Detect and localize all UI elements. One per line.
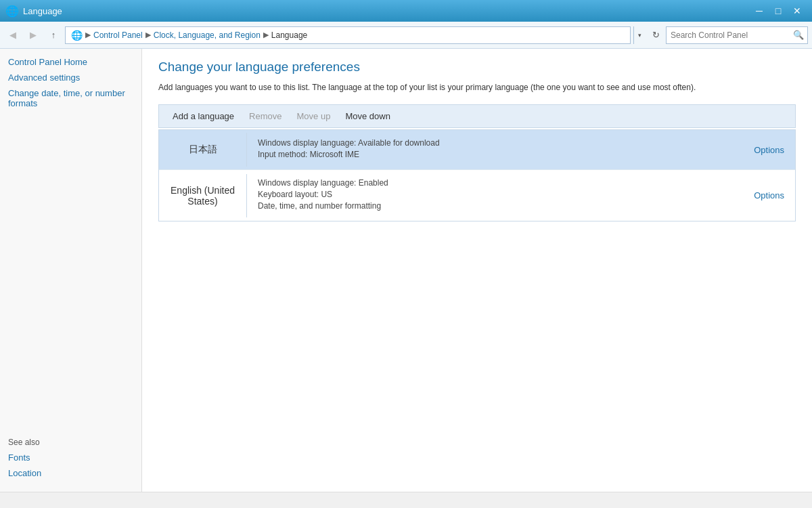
address-dropdown-button[interactable]: ▾	[633, 26, 646, 44]
language-details-english: Windows display language: Enabled Keyboa…	[247, 170, 743, 221]
window-title: Language	[23, 6, 62, 16]
minimize-button[interactable]: ─	[750, 1, 769, 20]
content-area: Change your language preferences Add lan…	[142, 49, 812, 492]
sidebar-advanced-settings[interactable]: Advanced settings	[8, 72, 133, 83]
search-box[interactable]: 🔍	[666, 26, 808, 44]
remove-button[interactable]: Remove	[242, 109, 288, 123]
language-item-english[interactable]: English (United States) Windows display …	[159, 170, 795, 221]
maximize-button[interactable]: □	[769, 1, 788, 20]
forward-button[interactable]: ▶	[24, 26, 42, 44]
main-container: Control Panel Home Advanced settings Cha…	[0, 49, 812, 492]
language-list: 日本語 Windows display language: Available …	[158, 129, 796, 221]
search-icon[interactable]: 🔍	[790, 30, 807, 40]
title-bar-controls: ─ □ ✕	[750, 1, 807, 20]
language-detail-english-keyboard: Keyboard layout: US	[258, 190, 732, 199]
see-also-title: See also	[8, 438, 133, 447]
breadcrumb-clock-language[interactable]: Clock, Language, and Region	[154, 30, 261, 40]
refresh-button[interactable]: ↻	[648, 28, 663, 43]
address-breadcrumb[interactable]: 🌐 ▶ Control Panel ▶ Clock, Language, and…	[65, 26, 631, 44]
language-detail-english-display: Windows display language: Enabled	[258, 178, 732, 188]
language-details-japanese: Windows display language: Available for …	[247, 130, 743, 169]
back-button[interactable]: ◀	[4, 26, 22, 44]
language-options-english[interactable]: Options	[743, 182, 795, 209]
up-button[interactable]: ↑	[45, 26, 62, 44]
sidebar-location[interactable]: Location	[8, 468, 133, 478]
language-name-english: English (United States)	[159, 174, 247, 217]
move-up-button[interactable]: Move up	[290, 109, 338, 123]
page-title: Change your language preferences	[158, 60, 796, 75]
page-description: Add languages you want to use to this li…	[158, 81, 796, 93]
app-icon: 🌐	[5, 5, 19, 18]
language-item-japanese[interactable]: 日本語 Windows display language: Available …	[159, 130, 795, 170]
add-language-button[interactable]: Add a language	[166, 109, 241, 123]
sidebar: Control Panel Home Advanced settings Cha…	[0, 49, 142, 492]
language-detail-japanese-display: Windows display language: Available for …	[258, 138, 732, 148]
language-name-japanese: 日本語	[159, 133, 247, 167]
breadcrumb-arrow-3: ▶	[263, 30, 269, 39]
title-bar-left: 🌐 Language	[5, 5, 62, 18]
sidebar-change-date-time[interactable]: Change date, time, or number formats	[8, 88, 133, 108]
move-down-button[interactable]: Move down	[338, 109, 397, 123]
title-bar: 🌐 Language ─ □ ✕	[0, 0, 812, 22]
close-button[interactable]: ✕	[788, 1, 807, 20]
language-detail-english-date: Date, time, and number formatting	[258, 201, 732, 211]
breadcrumb-icon: 🌐	[71, 30, 83, 41]
breadcrumb-arrow-1: ▶	[85, 30, 91, 39]
breadcrumb-language: Language	[271, 30, 307, 40]
language-toolbar: Add a language Remove Move up Move down	[158, 104, 796, 128]
breadcrumb-control-panel[interactable]: Control Panel	[93, 30, 143, 40]
status-bar	[0, 492, 812, 508]
address-bar: ◀ ▶ ↑ 🌐 ▶ Control Panel ▶ Clock, Languag…	[0, 22, 812, 49]
breadcrumb-arrow-2: ▶	[145, 30, 151, 39]
sidebar-fonts[interactable]: Fonts	[8, 452, 133, 463]
sidebar-control-panel-home[interactable]: Control Panel Home	[8, 57, 133, 67]
search-input[interactable]	[667, 30, 790, 40]
language-detail-japanese-input: Input method: Microsoft IME	[258, 150, 732, 159]
language-options-japanese[interactable]: Options	[743, 137, 795, 163]
